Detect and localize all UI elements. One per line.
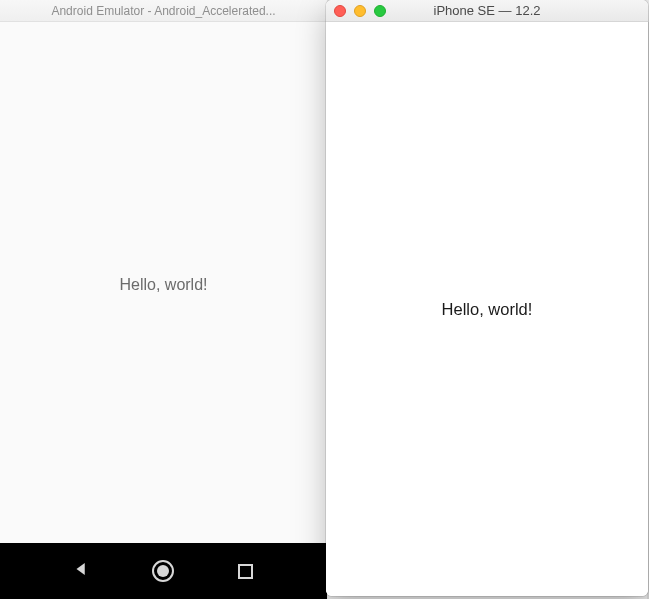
window-close-button[interactable]: [334, 5, 346, 17]
android-navbar: [0, 543, 327, 599]
android-hello-text: Hello, world!: [0, 276, 327, 294]
window-minimize-button[interactable]: [354, 5, 366, 17]
android-titlebar[interactable]: Android Emulator - Android_Accelerated..…: [0, 0, 327, 22]
android-emulator-window: Android Emulator - Android_Accelerated..…: [0, 0, 327, 599]
ios-hello-text: Hello, world!: [442, 300, 533, 319]
android-screen[interactable]: Hello, world!: [0, 22, 327, 543]
traffic-lights: [334, 5, 386, 17]
android-back-button[interactable]: [61, 551, 101, 591]
back-triangle-icon: [72, 560, 90, 582]
window-maximize-button[interactable]: [374, 5, 386, 17]
android-window-title: Android Emulator - Android_Accelerated..…: [51, 4, 275, 18]
recent-square-icon: [238, 564, 253, 579]
ios-titlebar[interactable]: iPhone SE — 12.2: [326, 0, 648, 22]
home-circle-icon: [152, 560, 174, 582]
android-recent-button[interactable]: [226, 551, 266, 591]
ios-simulator-window: iPhone SE — 12.2 Hello, world!: [326, 0, 648, 596]
ios-screen[interactable]: Hello, world!: [326, 22, 648, 596]
android-home-button[interactable]: [143, 551, 183, 591]
